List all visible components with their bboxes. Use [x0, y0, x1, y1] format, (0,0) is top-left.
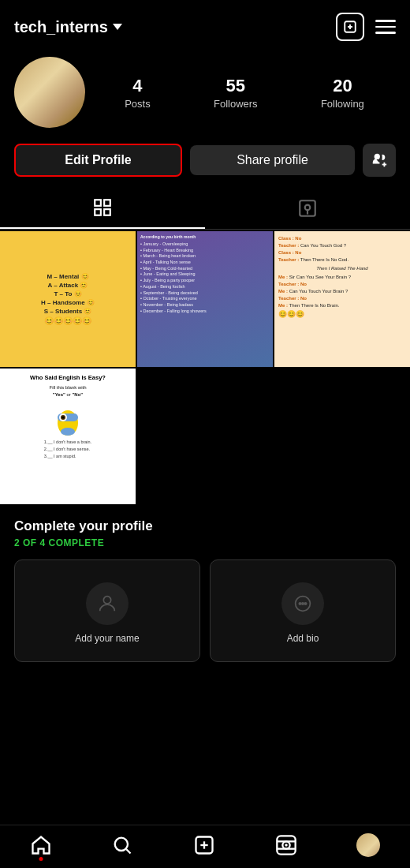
svg-point-17	[61, 428, 75, 436]
tab-grid[interactable]	[0, 188, 205, 229]
post-text: S – Students 😊	[44, 308, 92, 315]
nav-home-button[interactable]	[30, 834, 52, 856]
followers-label: Followers	[214, 98, 258, 110]
person-icon	[86, 582, 129, 625]
post-text: • August - Being foolish	[140, 284, 185, 290]
posts-count: 4	[125, 76, 151, 96]
post-text: Me : Then There Is No Brain.	[278, 302, 406, 309]
share-profile-button[interactable]: Share profile	[190, 145, 355, 175]
post-text: 😊😊😊😊😊	[44, 316, 91, 325]
complete-profile-section: Complete your profile 2 OF 4 COMPLETE Ad…	[0, 504, 410, 672]
complete-card-name-label: Add your name	[75, 633, 139, 644]
following-label: Following	[321, 98, 364, 110]
svg-rect-9	[104, 209, 110, 215]
complete-cards: Add your name Add bio	[14, 559, 396, 662]
svg-point-11	[305, 205, 311, 211]
add-friend-button[interactable]	[363, 144, 396, 177]
post-text: Fill this blank with"Yes" or "No"	[49, 384, 86, 398]
post-text: H – Handsome 😊	[41, 299, 95, 306]
svg-point-18	[103, 597, 110, 604]
complete-card-bio[interactable]: Add bio	[210, 559, 396, 662]
complete-card-bio-label: Add bio	[287, 633, 319, 644]
svg-rect-8	[95, 209, 101, 215]
post-text: • April - Talking Non sense	[140, 260, 191, 266]
posts-stat[interactable]: 4 Posts	[125, 76, 151, 110]
bottom-nav	[0, 825, 410, 868]
post-text: 😊😊😊	[278, 309, 406, 320]
post-text: Teacher : No	[278, 295, 406, 302]
post-text: Then I Raised The Hand	[278, 265, 406, 272]
nav-reels-button[interactable]	[275, 834, 297, 856]
post-text: T – To 😊	[54, 290, 81, 297]
grid-post-4[interactable]: Who Said English Is Easy? Fill this blan…	[0, 369, 136, 504]
post-text: M – Mental 😊	[47, 273, 88, 280]
svg-point-23	[115, 838, 128, 851]
post-text: • October - Trusting everyone	[140, 296, 197, 302]
post-text: • September - Being deceived	[140, 290, 198, 297]
posts-grid: M – Mental 😊 A – Attack 😊 T – To 😊 H – H…	[0, 231, 410, 504]
home-active-dot	[39, 857, 43, 861]
svg-point-30	[285, 844, 288, 847]
post-text: According to you birth month	[140, 234, 196, 240]
svg-line-24	[127, 849, 131, 853]
post-text: Teacher : Then There Is No God.	[278, 256, 406, 264]
svg-rect-7	[104, 200, 110, 206]
svg-point-16	[62, 417, 65, 419]
svg-point-3	[375, 155, 380, 159]
tab-tagged[interactable]	[205, 188, 410, 229]
complete-profile-subtitle: 2 OF 4 COMPLETE	[14, 537, 396, 548]
svg-point-22	[304, 603, 306, 604]
post-text: Class : No	[278, 235, 406, 242]
complete-card-name[interactable]: Add your name	[14, 559, 200, 662]
post-text: Teacher : Can You Touch God ?	[278, 242, 406, 249]
nav-profile-button[interactable]	[356, 833, 380, 857]
add-post-button[interactable]	[336, 13, 364, 41]
tabs	[0, 188, 410, 230]
nav-search-button[interactable]	[111, 834, 133, 856]
chevron-down-icon	[113, 24, 122, 30]
grid-post-2[interactable]: According to you birth month • January -…	[137, 231, 273, 367]
menu-line	[375, 20, 396, 22]
following-stat[interactable]: 20 Following	[321, 76, 364, 110]
nav-icons	[336, 13, 396, 41]
profile-stats: 4 Posts 55 Followers 20 Following	[93, 76, 396, 110]
svg-rect-6	[95, 200, 101, 206]
post-text: • June - Eating and Sleeping	[140, 271, 196, 278]
menu-line	[375, 26, 396, 28]
followers-count: 55	[214, 76, 258, 96]
post-text: Me : Can You Touch Your Brain ?	[278, 288, 406, 295]
avatar	[14, 57, 85, 128]
nav-add-button[interactable]	[193, 834, 215, 856]
svg-point-20	[299, 603, 300, 604]
minion-icon	[50, 402, 85, 437]
post-text: • November - Being badass	[140, 302, 193, 309]
post-text: • May - Being Cold-hearted	[140, 266, 192, 272]
post-text: Me : Sir Can You See Your Brain ?	[278, 274, 406, 281]
post-text: A – Attack 😊	[48, 282, 88, 289]
post-text: • March - Being heart broken	[140, 253, 196, 260]
post-text: • July - Being a party pooper	[140, 278, 195, 284]
complete-profile-title: Complete your profile	[14, 518, 396, 534]
username-row[interactable]: tech_interns	[14, 18, 122, 36]
nav-avatar	[356, 833, 380, 857]
chat-icon	[281, 582, 324, 625]
post-text: Who Said English Is Easy?	[30, 373, 106, 382]
followers-stat[interactable]: 55 Followers	[214, 76, 258, 110]
post-text: 1.__ I don't have a brain. 2.__ I don't …	[44, 439, 91, 459]
post-text: • February - Heart Breaking	[140, 248, 193, 254]
following-count: 20	[321, 76, 364, 96]
menu-button[interactable]	[375, 20, 396, 34]
username-label: tech_interns	[14, 18, 108, 36]
post-text: Teacher : No	[278, 281, 406, 288]
top-nav: tech_interns	[0, 0, 410, 49]
post-text: • January - Oversleeping	[140, 241, 188, 248]
grid-post-1[interactable]: M – Mental 😊 A – Attack 😊 T – To 😊 H – H…	[0, 231, 136, 367]
post-text: • December - Falling long showers	[140, 309, 207, 315]
grid-post-3[interactable]: Class : No Teacher : Can You Touch God ?…	[274, 231, 410, 367]
svg-point-21	[302, 603, 304, 604]
posts-label: Posts	[125, 98, 151, 110]
profile-buttons: Edit Profile Share profile	[0, 140, 410, 188]
edit-profile-button[interactable]: Edit Profile	[14, 144, 182, 177]
post-text: Class : No	[278, 249, 406, 256]
profile-section: 4 Posts 55 Followers 20 Following	[0, 49, 410, 140]
